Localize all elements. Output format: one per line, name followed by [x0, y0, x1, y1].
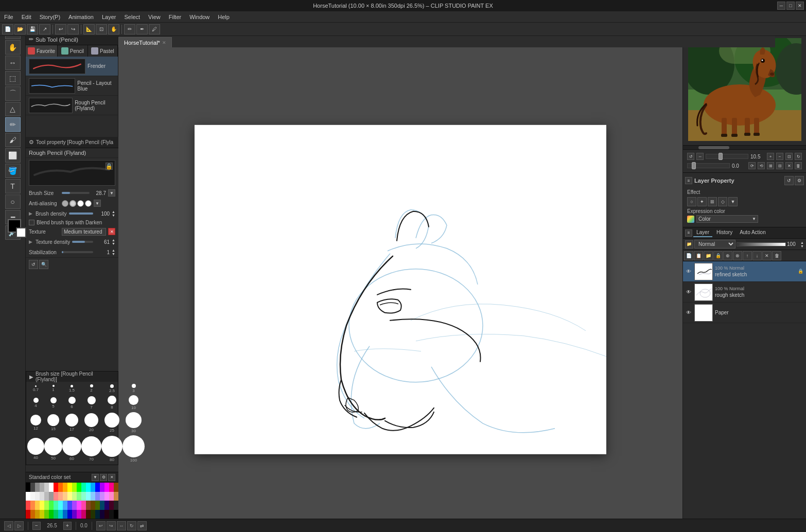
lp-effect-dropdown[interactable]: ▼ — [728, 197, 738, 206]
toolbar-ruler[interactable]: 📐 — [83, 24, 95, 34]
menu-window[interactable]: Window — [185, 13, 214, 21]
color-cell[interactable] — [72, 510, 77, 519]
color-cell[interactable] — [77, 483, 81, 492]
density-up[interactable]: ▲ — [112, 210, 115, 214]
menu-edit[interactable]: Edit — [17, 13, 36, 21]
la-btn7[interactable]: ↑ — [743, 251, 752, 260]
color-cell[interactable] — [109, 492, 114, 501]
bs-cell-1.5[interactable]: 1.5 — [62, 383, 81, 394]
color-cell[interactable] — [67, 510, 72, 519]
color-cell[interactable] — [40, 483, 44, 492]
color-cell[interactable] — [86, 483, 91, 492]
menu-select[interactable]: Select — [120, 13, 145, 21]
nav-action2[interactable]: ⟲ — [758, 162, 765, 169]
minimize-button[interactable]: ─ — [777, 2, 785, 10]
stab-up[interactable]: ▲ — [112, 249, 115, 252]
prev-page-btn[interactable]: ◁ — [4, 521, 13, 530]
menu-file[interactable]: File — [0, 13, 17, 21]
color-cell[interactable] — [100, 483, 104, 492]
bs-cell-8[interactable]: 8 — [101, 394, 122, 411]
color-cell[interactable] — [49, 501, 54, 510]
nav-rotate-thumb[interactable] — [692, 162, 696, 169]
bs-cell-20[interactable]: 20 — [81, 411, 101, 434]
color-cell[interactable] — [44, 501, 49, 510]
bs-cell-10[interactable]: 10 — [122, 394, 145, 411]
lock-icon[interactable]: 🔒 — [106, 163, 113, 170]
toolbar-export[interactable]: ↗ — [39, 24, 50, 34]
density-down[interactable]: ▼ — [112, 214, 115, 217]
color-cell[interactable] — [35, 510, 40, 519]
color-cell[interactable] — [91, 510, 95, 519]
la-btn3[interactable]: 📁 — [704, 251, 713, 260]
color-cell[interactable] — [114, 510, 118, 519]
lp-btn2[interactable]: ⚙ — [795, 176, 804, 185]
color-cell[interactable] — [100, 510, 104, 519]
nav-rotate-slider[interactable] — [687, 163, 730, 168]
aa-dropdown[interactable]: ▼ — [94, 200, 101, 207]
brush-item-frender[interactable]: Frender — [26, 57, 118, 76]
texture-dropdown[interactable]: Medium textured — [62, 228, 106, 236]
nav-action3[interactable]: ⊞ — [767, 162, 774, 169]
bs-cell-1[interactable]: 1 — [44, 383, 62, 394]
color-cell[interactable] — [35, 492, 40, 501]
bs-cell-100[interactable]: 100 — [122, 434, 145, 464]
color-cell[interactable] — [81, 483, 86, 492]
tool-fill[interactable]: 🪣 — [5, 164, 21, 178]
bs-cell-70[interactable]: 70 — [81, 434, 101, 464]
color-cell[interactable] — [54, 510, 58, 519]
blend-brush-checkbox[interactable] — [29, 220, 34, 225]
brush-density-stepper[interactable]: ▲ ▼ — [112, 210, 115, 217]
lp-btn1[interactable]: ↺ — [784, 176, 794, 185]
layer-folder-icon[interactable]: 📁 — [685, 240, 693, 249]
layer-visibility-paper[interactable]: 👁 — [685, 309, 692, 316]
color-cell[interactable] — [100, 501, 104, 510]
color-cell[interactable] — [77, 501, 81, 510]
la-btn6[interactable]: ⊗ — [733, 251, 742, 260]
color-cell[interactable] — [114, 483, 118, 492]
bs-cell-2[interactable]: 2 — [81, 383, 101, 394]
layer-item-rough[interactable]: 👁 100 % Normal rough sketch — [683, 282, 806, 303]
tool-select[interactable]: ⬚ — [5, 71, 21, 85]
opacity-up[interactable]: ▲ — [800, 241, 804, 244]
color-cell[interactable] — [72, 492, 77, 501]
color-cell[interactable] — [95, 492, 100, 501]
color-cell[interactable] — [91, 492, 95, 501]
toolbar-open[interactable]: 📂 — [14, 24, 26, 34]
color-cell[interactable] — [81, 501, 86, 510]
color-cell[interactable] — [67, 483, 72, 492]
color-cell[interactable] — [58, 492, 63, 501]
menu-view[interactable]: View — [144, 13, 165, 21]
bs-cell-40[interactable]: 40 — [27, 434, 44, 464]
tool-lasso[interactable]: ⌒ — [5, 86, 21, 101]
tool-brush[interactable]: 🖌 — [5, 133, 21, 147]
layers-tab-history[interactable]: History — [713, 228, 735, 237]
bs-cell-5[interactable]: 5 — [44, 394, 62, 411]
texture-delete[interactable]: ✕ — [108, 228, 115, 235]
brush-item-layout-blue[interactable]: Pencil - Layout Blue — [26, 76, 118, 96]
sub-tab-pastel[interactable]: Pastel — [88, 45, 118, 57]
tool-text[interactable]: T — [5, 179, 21, 193]
bs-cell-30[interactable]: 30 — [122, 411, 145, 434]
menu-layer[interactable]: Layer — [98, 13, 120, 21]
bs-cell-2.5[interactable]: 2.5 — [101, 383, 122, 394]
color-cell[interactable] — [40, 501, 44, 510]
color-cell[interactable] — [63, 510, 67, 519]
menu-animation[interactable]: Animation — [64, 13, 98, 21]
la-btn2[interactable]: 📋 — [694, 251, 703, 260]
nav-slider-thumb[interactable] — [719, 153, 723, 160]
stabilization-stepper[interactable]: ▲ ▼ — [112, 249, 115, 256]
color-cell[interactable] — [40, 492, 44, 501]
color-cell[interactable] — [95, 510, 100, 519]
aa-dot-2[interactable] — [69, 200, 76, 207]
cp-close-btn[interactable]: ✕ — [108, 474, 115, 481]
toolbar-transform[interactable]: ⊡ — [96, 24, 107, 34]
nav-zoom-in[interactable]: + — [767, 153, 774, 160]
toolbar-pen3[interactable]: 🖊 — [149, 24, 160, 34]
bs-cell-15[interactable]: 15 — [44, 411, 62, 434]
la-btn10[interactable]: 🗑 — [772, 251, 781, 260]
aa-dot-4[interactable] — [85, 200, 92, 207]
la-btn9[interactable]: ✕ — [762, 251, 772, 260]
menu-filter[interactable]: Filter — [165, 13, 185, 21]
color-cell[interactable] — [30, 501, 35, 510]
color-cell[interactable] — [72, 501, 77, 510]
